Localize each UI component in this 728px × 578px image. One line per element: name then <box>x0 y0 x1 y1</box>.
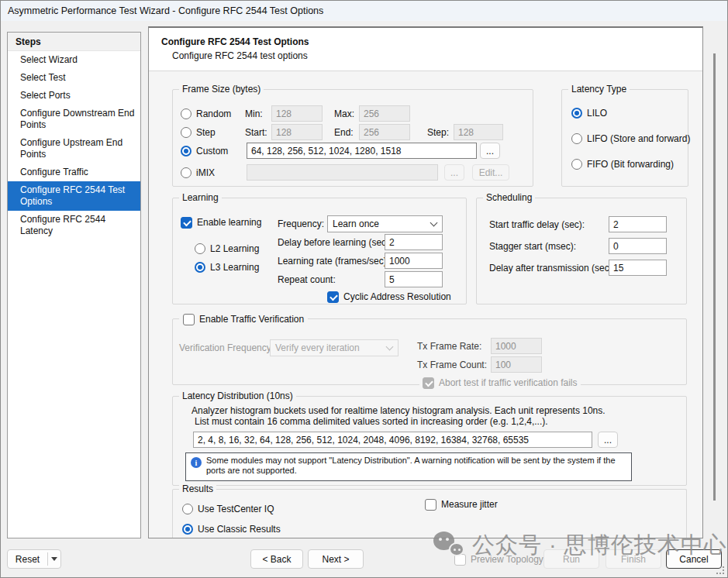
custom-frame-sizes-input[interactable] <box>247 143 477 159</box>
abort-test-label: Abort test if traffic verification fails <box>439 377 578 388</box>
sidebar-item-configure-traffic[interactable]: Configure Traffic <box>8 163 140 181</box>
tx-frame-rate-label: Tx Frame Rate: <box>417 341 481 352</box>
custom-radio[interactable] <box>181 146 191 157</box>
steps-header: Steps <box>8 33 140 51</box>
chevron-down-icon <box>51 557 57 561</box>
imix-radio-label: iMIX <box>196 167 215 178</box>
delay-before-learning-label: Delay before learning (sec): <box>278 237 392 248</box>
window-title: Asymmetric Performance Test Wizard - Con… <box>8 5 323 16</box>
start-label: Start: <box>245 127 267 138</box>
latency-distribution-info-text: Some modules may not support "Latency Di… <box>206 456 616 475</box>
latency-distribution-group: Latency Distribution (10ns) Analyzer his… <box>172 396 687 486</box>
reset-button[interactable]: Reset <box>8 554 47 565</box>
finish-button: Finish <box>606 549 661 569</box>
frequency-label: Frequency: <box>278 218 324 229</box>
resize-grip-icon[interactable] <box>716 566 724 574</box>
latency-distribution-browse-button[interactable]: ... <box>598 432 618 448</box>
latency-distribution-desc-2: List must contain 16 comma delimited val… <box>195 416 548 427</box>
delay-before-learning-input[interactable] <box>385 234 443 250</box>
wizard-window: Asymmetric Performance Test Wizard - Con… <box>0 0 728 578</box>
reset-split-button[interactable]: Reset <box>7 549 61 569</box>
sidebar-item-configure-rfc-2544-latency[interactable]: Configure RFC 2544 Latency <box>8 211 140 240</box>
latency-distribution-desc-1: Analyzer histogram buckets used for real… <box>191 405 606 416</box>
repeat-count-label: Repeat count: <box>278 274 336 285</box>
start-traffic-delay-input[interactable] <box>609 216 667 232</box>
l3-learning-radio[interactable] <box>195 262 205 273</box>
scheduling-group-label: Scheduling <box>483 192 535 203</box>
enable-traffic-verification-checkbox[interactable] <box>183 314 195 325</box>
frame-size-group-label: Frame Size (bytes) <box>179 84 264 95</box>
frame-size-group: Frame Size (bytes) Random Min: Max: Step… <box>172 89 533 187</box>
use-classic-results-label: Use Classic Results <box>198 524 281 535</box>
delay-after-transmission-label: Delay after transmission (sec): <box>489 263 615 274</box>
chevron-down-icon <box>430 218 438 226</box>
cyclic-address-resolution-label: Cyclic Address Resolution <box>343 291 451 302</box>
min-label: Min: <box>245 108 263 119</box>
latency-distribution-input[interactable] <box>193 432 592 448</box>
steps-panel: Steps Select Wizard Select Test Select P… <box>7 32 141 538</box>
imix-browse-button: ... <box>444 164 464 181</box>
preview-topology-label: Preview Topology <box>471 554 543 565</box>
tx-frame-count-label: Tx Frame Count: <box>417 360 487 370</box>
main-panel: Configure RFC 2544 Test Options Configur… <box>148 26 703 538</box>
l3-learning-label: L3 Learning <box>210 262 259 273</box>
next-button[interactable]: Next > <box>308 549 364 569</box>
sidebar-item-select-wizard[interactable]: Select Wizard <box>8 51 140 69</box>
cyclic-address-resolution-checkbox[interactable] <box>327 291 339 303</box>
back-button[interactable]: < Back <box>250 549 303 569</box>
repeat-count-input[interactable] <box>385 271 443 287</box>
results-group: Results Use TestCenter IQ Use Classic Re… <box>172 489 687 538</box>
fifo-radio[interactable] <box>571 159 582 170</box>
verification-frequency-select: Verify every iteration <box>270 339 399 356</box>
latency-type-group-label: Latency Type <box>568 84 630 95</box>
latency-distribution-group-label: Latency Distribution (10ns) <box>179 390 296 401</box>
page-subtitle: Configure RFC 2544 test options <box>172 50 308 61</box>
enable-learning-checkbox[interactable] <box>181 217 192 229</box>
frequency-select[interactable]: Learn once <box>327 215 443 232</box>
step-size-input <box>454 124 503 140</box>
sidebar-item-configure-upstream-end-points[interactable]: Configure Upstream End Points <box>8 134 140 163</box>
sidebar-item-select-ports[interactable]: Select Ports <box>8 87 140 105</box>
step-radio[interactable] <box>181 127 191 138</box>
delay-after-transmission-input[interactable] <box>609 260 667 276</box>
use-classic-results-radio[interactable] <box>182 524 193 535</box>
custom-browse-button[interactable]: ... <box>480 143 500 159</box>
measure-jitter-checkbox[interactable] <box>425 499 436 511</box>
learning-group: Learning Enable learning L2 Learning L3 … <box>172 198 467 304</box>
imix-radio[interactable] <box>181 167 191 178</box>
random-radio-label: Random <box>196 108 231 119</box>
sidebar-item-configure-downstream-end-points[interactable]: Configure Downstream End Points <box>8 105 140 134</box>
use-testcenter-iq-radio[interactable] <box>182 504 193 514</box>
stagger-start-input[interactable] <box>609 238 667 254</box>
imix-edit-button: Edit... <box>472 164 509 181</box>
cancel-button[interactable]: Cancel <box>666 549 722 569</box>
sidebar-item-select-test[interactable]: Select Test <box>8 69 140 87</box>
sidebar-item-configure-rfc-2544-test-options[interactable]: Configure RFC 2544 Test Options <box>8 181 140 211</box>
vertical-scrollbar[interactable] <box>713 53 716 501</box>
chevron-down-icon <box>386 342 394 350</box>
frequency-value: Learn once <box>333 218 379 229</box>
l2-learning-label: L2 Learning <box>210 243 259 254</box>
page-title: Configure RFC 2544 Test Options <box>161 36 309 47</box>
results-group-label: Results <box>179 483 216 494</box>
max-label: Max: <box>334 108 354 119</box>
max-input <box>359 105 410 122</box>
tx-frame-count-input <box>491 356 542 373</box>
latency-type-group: Latency Type LILO LIFO (Store and forwar… <box>561 89 688 187</box>
lifo-radio[interactable] <box>571 133 582 144</box>
learning-rate-input[interactable] <box>385 253 443 269</box>
enable-traffic-verification-label: Enable Traffic Verification <box>199 314 304 325</box>
end-input <box>359 124 410 140</box>
end-label: End: <box>334 127 354 138</box>
footer-bar: Reset < Back Next > Preview Topology Run… <box>1 543 728 578</box>
lifo-radio-label: LIFO (Store and forward) <box>587 133 690 144</box>
verification-frequency-value: Verify every iteration <box>275 342 360 353</box>
tx-frame-rate-input <box>491 338 542 354</box>
reset-dropdown-button[interactable] <box>48 557 60 561</box>
fifo-radio-label: FIFO (Bit forwarding) <box>587 159 674 170</box>
lilo-radio[interactable] <box>571 108 582 119</box>
imix-input <box>247 164 438 181</box>
random-radio[interactable] <box>181 108 191 119</box>
l2-learning-radio[interactable] <box>195 243 205 254</box>
learning-rate-label: Learning rate (frames/sec): <box>278 256 389 267</box>
